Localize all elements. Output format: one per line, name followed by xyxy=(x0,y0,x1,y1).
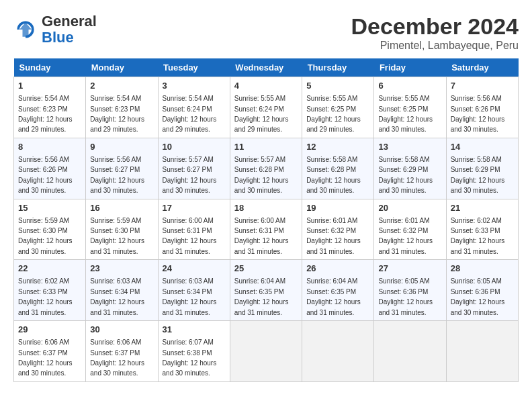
day-number: 27 xyxy=(378,263,441,275)
day-info: Sunrise: 6:03 AM Sunset: 6:34 PM Dayligh… xyxy=(163,277,217,316)
day-info: Sunrise: 6:05 AM Sunset: 6:36 PM Dayligh… xyxy=(378,277,433,316)
day-number: 8 xyxy=(18,141,81,153)
day-number: 30 xyxy=(90,324,153,336)
day-info: Sunrise: 6:04 AM Sunset: 6:35 PM Dayligh… xyxy=(306,277,361,316)
calendar-cell: 25Sunrise: 6:04 AM Sunset: 6:35 PM Dayli… xyxy=(230,260,302,321)
calendar-cell: 19Sunrise: 6:01 AM Sunset: 6:32 PM Dayli… xyxy=(302,199,374,260)
day-number: 13 xyxy=(378,141,441,153)
day-number: 24 xyxy=(163,263,226,275)
day-number: 17 xyxy=(163,202,226,214)
title-area: December 2024 Pimentel, Lambayeque, Peru xyxy=(351,13,519,52)
day-number: 12 xyxy=(306,141,369,153)
day-number: 26 xyxy=(306,263,369,275)
calendar-cell xyxy=(302,321,374,382)
day-number: 31 xyxy=(163,324,226,336)
day-info: Sunrise: 5:58 AM Sunset: 6:28 PM Dayligh… xyxy=(306,156,361,194)
day-info: Sunrise: 6:06 AM Sunset: 6:37 PM Dayligh… xyxy=(18,338,73,377)
calendar-cell: 30Sunrise: 6:06 AM Sunset: 6:37 PM Dayli… xyxy=(86,321,158,382)
day-number: 15 xyxy=(18,202,81,214)
day-info: Sunrise: 6:04 AM Sunset: 6:35 PM Dayligh… xyxy=(234,277,289,316)
calendar-cell: 29Sunrise: 6:06 AM Sunset: 6:37 PM Dayli… xyxy=(14,321,86,382)
day-info: Sunrise: 5:58 AM Sunset: 6:29 PM Dayligh… xyxy=(378,156,433,194)
calendar-cell: 31Sunrise: 6:07 AM Sunset: 6:38 PM Dayli… xyxy=(158,321,230,382)
day-info: Sunrise: 5:57 AM Sunset: 6:28 PM Dayligh… xyxy=(234,156,289,194)
day-info: Sunrise: 5:59 AM Sunset: 6:30 PM Dayligh… xyxy=(90,217,144,255)
day-number: 29 xyxy=(18,324,81,336)
day-info: Sunrise: 5:56 AM Sunset: 6:27 PM Dayligh… xyxy=(90,156,144,194)
day-info: Sunrise: 5:57 AM Sunset: 6:27 PM Dayligh… xyxy=(163,156,217,194)
col-header-thursday: Thursday xyxy=(302,58,374,77)
day-info: Sunrise: 6:01 AM Sunset: 6:32 PM Dayligh… xyxy=(306,217,361,255)
col-header-monday: Monday xyxy=(86,58,158,77)
calendar-cell: 14Sunrise: 5:58 AM Sunset: 6:29 PM Dayli… xyxy=(446,138,518,199)
day-info: Sunrise: 6:02 AM Sunset: 6:33 PM Dayligh… xyxy=(18,277,73,316)
day-info: Sunrise: 5:58 AM Sunset: 6:29 PM Dayligh… xyxy=(451,156,505,194)
day-number: 5 xyxy=(306,80,369,92)
day-number: 19 xyxy=(306,202,369,214)
calendar-week-row: 22Sunrise: 6:02 AM Sunset: 6:33 PM Dayli… xyxy=(14,260,519,321)
calendar-cell xyxy=(446,321,518,382)
calendar-cell: 10Sunrise: 5:57 AM Sunset: 6:27 PM Dayli… xyxy=(158,138,230,199)
col-header-wednesday: Wednesday xyxy=(230,58,302,77)
calendar-cell: 27Sunrise: 6:05 AM Sunset: 6:36 PM Dayli… xyxy=(374,260,446,321)
day-number: 6 xyxy=(378,80,441,92)
calendar-cell: 20Sunrise: 6:01 AM Sunset: 6:32 PM Dayli… xyxy=(374,199,446,260)
day-number: 14 xyxy=(451,141,514,153)
calendar-cell: 28Sunrise: 6:05 AM Sunset: 6:36 PM Dayli… xyxy=(446,260,518,321)
calendar-week-row: 8Sunrise: 5:56 AM Sunset: 6:26 PM Daylig… xyxy=(14,138,519,199)
day-number: 16 xyxy=(90,202,153,214)
day-info: Sunrise: 6:00 AM Sunset: 6:31 PM Dayligh… xyxy=(163,217,217,255)
header: General Blue December 2024 Pimentel, Lam… xyxy=(13,13,519,52)
calendar-cell: 16Sunrise: 5:59 AM Sunset: 6:30 PM Dayli… xyxy=(86,199,158,260)
day-number: 7 xyxy=(451,80,514,92)
day-info: Sunrise: 6:00 AM Sunset: 6:31 PM Dayligh… xyxy=(234,217,289,255)
calendar-cell: 26Sunrise: 6:04 AM Sunset: 6:35 PM Dayli… xyxy=(302,260,374,321)
day-info: Sunrise: 5:54 AM Sunset: 6:23 PM Dayligh… xyxy=(18,95,73,133)
day-number: 23 xyxy=(90,263,153,275)
month-title: December 2024 xyxy=(351,13,519,40)
calendar-cell: 24Sunrise: 6:03 AM Sunset: 6:34 PM Dayli… xyxy=(158,260,230,321)
calendar-week-row: 1Sunrise: 5:54 AM Sunset: 6:23 PM Daylig… xyxy=(14,77,519,138)
calendar-cell: 21Sunrise: 6:02 AM Sunset: 6:33 PM Dayli… xyxy=(446,199,518,260)
calendar-cell: 6Sunrise: 5:55 AM Sunset: 6:25 PM Daylig… xyxy=(374,77,446,138)
calendar-cell: 23Sunrise: 6:03 AM Sunset: 6:34 PM Dayli… xyxy=(86,260,158,321)
calendar-cell: 9Sunrise: 5:56 AM Sunset: 6:27 PM Daylig… xyxy=(86,138,158,199)
calendar-week-row: 29Sunrise: 6:06 AM Sunset: 6:37 PM Dayli… xyxy=(14,321,519,382)
calendar-cell: 18Sunrise: 6:00 AM Sunset: 6:31 PM Dayli… xyxy=(230,199,302,260)
logo-text: General Blue xyxy=(42,13,97,46)
calendar-cell: 13Sunrise: 5:58 AM Sunset: 6:29 PM Dayli… xyxy=(374,138,446,199)
location-title: Pimentel, Lambayeque, Peru xyxy=(351,40,519,52)
day-info: Sunrise: 5:56 AM Sunset: 6:26 PM Dayligh… xyxy=(18,156,73,194)
day-info: Sunrise: 6:06 AM Sunset: 6:37 PM Dayligh… xyxy=(90,338,144,377)
day-number: 18 xyxy=(234,202,298,214)
day-info: Sunrise: 5:59 AM Sunset: 6:30 PM Dayligh… xyxy=(18,217,73,255)
day-info: Sunrise: 5:55 AM Sunset: 6:25 PM Dayligh… xyxy=(378,95,433,133)
calendar-header-row: SundayMondayTuesdayWednesdayThursdayFrid… xyxy=(14,58,519,77)
day-info: Sunrise: 6:01 AM Sunset: 6:32 PM Dayligh… xyxy=(378,217,433,255)
calendar-cell: 1Sunrise: 5:54 AM Sunset: 6:23 PM Daylig… xyxy=(14,77,86,138)
day-info: Sunrise: 5:54 AM Sunset: 6:24 PM Dayligh… xyxy=(163,95,217,133)
day-number: 9 xyxy=(90,141,153,153)
calendar-cell: 11Sunrise: 5:57 AM Sunset: 6:28 PM Dayli… xyxy=(230,138,302,199)
day-info: Sunrise: 5:56 AM Sunset: 6:26 PM Dayligh… xyxy=(451,95,505,133)
day-number: 2 xyxy=(90,80,153,92)
day-number: 28 xyxy=(451,263,514,275)
day-number: 4 xyxy=(234,80,298,92)
day-number: 3 xyxy=(163,80,226,92)
col-header-sunday: Sunday xyxy=(14,58,86,77)
calendar-cell xyxy=(230,321,302,382)
calendar-cell: 5Sunrise: 5:55 AM Sunset: 6:25 PM Daylig… xyxy=(302,77,374,138)
day-number: 11 xyxy=(234,141,298,153)
calendar-cell: 8Sunrise: 5:56 AM Sunset: 6:26 PM Daylig… xyxy=(14,138,86,199)
day-info: Sunrise: 6:07 AM Sunset: 6:38 PM Dayligh… xyxy=(163,338,217,377)
day-info: Sunrise: 6:05 AM Sunset: 6:36 PM Dayligh… xyxy=(451,277,505,316)
col-header-saturday: Saturday xyxy=(446,58,518,77)
col-header-friday: Friday xyxy=(374,58,446,77)
calendar-cell: 12Sunrise: 5:58 AM Sunset: 6:28 PM Dayli… xyxy=(302,138,374,199)
calendar-cell xyxy=(374,321,446,382)
day-info: Sunrise: 5:55 AM Sunset: 6:24 PM Dayligh… xyxy=(234,95,289,133)
calendar-cell: 4Sunrise: 5:55 AM Sunset: 6:24 PM Daylig… xyxy=(230,77,302,138)
day-info: Sunrise: 6:02 AM Sunset: 6:33 PM Dayligh… xyxy=(451,217,505,255)
day-number: 1 xyxy=(18,80,81,92)
calendar-cell: 15Sunrise: 5:59 AM Sunset: 6:30 PM Dayli… xyxy=(14,199,86,260)
